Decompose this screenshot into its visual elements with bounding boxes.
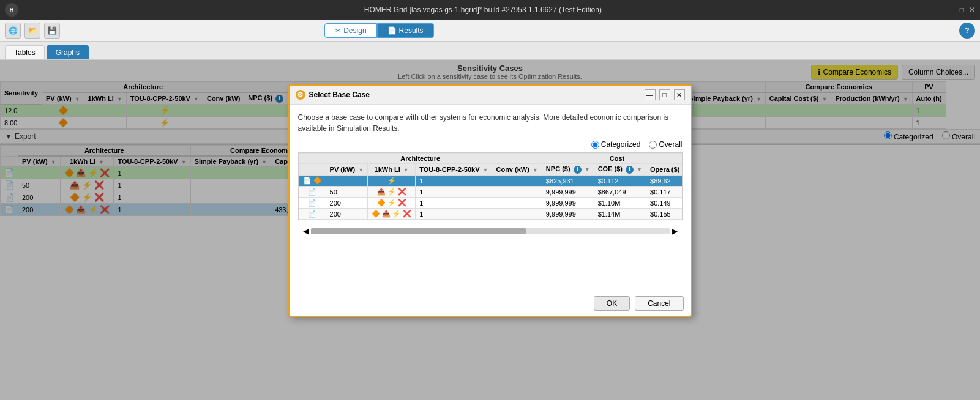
tab-tables[interactable]: Tables xyxy=(5,45,45,59)
select-base-case-modal: ⚙ Select Base Case — □ ✕ Choose a base c… xyxy=(288,84,692,317)
modal-cell-li-icon: ⚡ xyxy=(368,176,416,187)
modal-cell-coe: $867,049 xyxy=(594,187,646,198)
modal-cell-conv xyxy=(492,198,542,209)
tab-graphs[interactable]: Graphs xyxy=(47,45,89,59)
tabbar: Tables Graphs xyxy=(0,42,980,60)
titlebar: H HOMER Grid [las vegas gs-1.hgrid]* bui… xyxy=(0,0,980,20)
window-title: HOMER Grid [las vegas gs-1.hgrid]* build… xyxy=(18,6,948,14)
modal-cell-coe: $1.10M xyxy=(594,198,646,209)
modal-col-conv: Conv (kW) ▼ xyxy=(492,164,542,176)
modal-controls: — □ ✕ xyxy=(645,89,685,100)
modal-table-row[interactable]: 📄 🔶 ⚡ 1 $825,931 $0.112 $89,62 xyxy=(299,176,683,187)
scroll-right-icon[interactable]: ▶ xyxy=(672,227,678,235)
modal-cell-pv xyxy=(326,176,368,187)
modal-table-row[interactable]: 📄 50 📤 ⚡ ❌ 1 9,999,999 $867,049 $0.117 xyxy=(299,187,683,198)
modal-titlebar: ⚙ Select Base Case — □ ✕ xyxy=(290,86,691,105)
main-area: Sensitivity Cases Left Click on a sensit… xyxy=(0,60,980,400)
modal-col-pv: PV (kW) ▼ xyxy=(326,164,368,176)
modal-group-cost: Cost xyxy=(542,154,682,164)
modal-categorized-label[interactable]: Categorized xyxy=(591,140,641,149)
ok-button[interactable]: OK xyxy=(594,296,630,311)
modal-table: Architecture Cost PV (kW) ▼ 1kWh LI ▼ TO… xyxy=(299,153,683,220)
modal-overlay: ⚙ Select Base Case — □ ✕ Choose a base c… xyxy=(0,60,980,400)
modal-cell-coe: $1.14M xyxy=(594,209,646,220)
modal-cell-icon: 📄 xyxy=(299,209,326,220)
save-icon: 💾 xyxy=(48,26,57,35)
save-button[interactable]: 💾 xyxy=(44,23,60,39)
modal-cell-pv: 200 xyxy=(326,209,368,220)
modal-cell-icon: 📄 🔶 xyxy=(299,176,326,187)
modal-close-button[interactable]: ✕ xyxy=(674,89,685,100)
modal-cell-tou: 1 xyxy=(416,176,492,187)
modal-minimize-button[interactable]: — xyxy=(645,89,656,100)
modal-col-npc: NPC ($) i ▼ xyxy=(542,164,594,176)
modal-cell-npc: 9,999,999 xyxy=(542,187,594,198)
titlebar-left: H xyxy=(5,3,18,17)
homer-logo-icon: H xyxy=(5,3,18,17)
modal-title-icon: ⚙ xyxy=(296,90,305,100)
new-button[interactable]: 🌐 xyxy=(5,23,21,39)
minimize-button[interactable]: — xyxy=(948,6,955,14)
modal-cell-li-icon: 📤 ⚡ ❌ xyxy=(368,187,416,198)
modal-col-li: 1kWh LI ▼ xyxy=(368,164,416,176)
modal-cell-conv xyxy=(492,209,542,220)
modal-cell-tou: 1 xyxy=(416,209,492,220)
close-button[interactable]: ✕ xyxy=(969,6,975,14)
modal-table-row[interactable]: 📄 200 🔶 📤 ⚡ ❌ 1 9,999,999 $1.14M $0.155 xyxy=(299,209,683,220)
modal-cell-npc: 9,999,999 xyxy=(542,198,594,209)
modal-cell-opera: $0.149 xyxy=(646,198,683,209)
modal-title: ⚙ Select Base Case xyxy=(296,90,370,100)
open-icon: 📂 xyxy=(28,26,37,35)
help-button[interactable]: ? xyxy=(959,23,975,39)
design-icon: ✂ xyxy=(335,26,341,35)
modal-cell-pv: 200 xyxy=(326,198,368,209)
titlebar-controls[interactable]: — □ ✕ xyxy=(948,6,975,14)
modal-cell-opera: $0.155 xyxy=(646,209,683,220)
modal-cell-li-icon: 🔶 📤 ⚡ ❌ xyxy=(368,209,416,220)
modal-cell-conv xyxy=(492,176,542,187)
modal-overall-radio[interactable] xyxy=(649,141,657,149)
modal-categorized-radio[interactable] xyxy=(591,141,599,149)
modal-cell-coe: $0.112 xyxy=(594,176,646,187)
design-button[interactable]: ✂ Design xyxy=(324,23,376,38)
modal-cell-li-icon: 🔶 ⚡ ❌ xyxy=(368,198,416,209)
modal-radio-row: Categorized Overall xyxy=(298,140,683,149)
modal-table-wrapper[interactable]: Architecture Cost PV (kW) ▼ 1kWh LI ▼ TO… xyxy=(298,152,683,220)
open-button[interactable]: 📂 xyxy=(24,23,40,39)
scrollbar-thumb[interactable] xyxy=(311,228,526,234)
cancel-button[interactable]: Cancel xyxy=(635,296,683,311)
modal-cell-tou: 1 xyxy=(416,187,492,198)
modal-cell-icon: 📄 xyxy=(299,187,326,198)
results-icon: 📄 xyxy=(387,26,397,35)
modal-col-coe: COE ($) i ▼ xyxy=(594,164,646,176)
modal-maximize-button[interactable]: □ xyxy=(659,89,670,100)
modal-cell-npc: $825,931 xyxy=(542,176,594,187)
modal-cell-opera: $0.117 xyxy=(646,187,683,198)
modal-group-arch: Architecture xyxy=(299,154,542,164)
modal-body: Choose a base case to compare with other… xyxy=(290,105,691,291)
horizontal-scrollbar[interactable] xyxy=(311,228,670,234)
scrollbar-area: ◀ ▶ xyxy=(298,224,683,238)
modal-cell-opera: $89,62 xyxy=(646,176,683,187)
modal-cell-tou: 1 xyxy=(416,198,492,209)
modal-col-tou: TOU-8-CPP-2-50kV ▼ xyxy=(416,164,492,176)
modal-cell-npc: 9,999,999 xyxy=(542,209,594,220)
modal-table-row[interactable]: 📄 200 🔶 ⚡ ❌ 1 9,999,999 $1.10M $0.149 xyxy=(299,198,683,209)
modal-col-opera: Opera ($) ▼ xyxy=(646,164,683,176)
modal-footer: OK Cancel xyxy=(290,291,691,316)
results-button[interactable]: 📄 Results xyxy=(377,23,434,38)
scroll-left-icon[interactable]: ◀ xyxy=(303,227,309,235)
nav-buttons: ✂ Design 📄 Results xyxy=(324,23,433,38)
modal-description: Choose a base case to compare with other… xyxy=(298,112,683,134)
maximize-button[interactable]: □ xyxy=(960,6,964,14)
modal-cell-pv: 50 xyxy=(326,187,368,198)
modal-cell-icon: 📄 xyxy=(299,198,326,209)
new-icon: 🌐 xyxy=(9,26,18,35)
modal-cell-conv xyxy=(492,187,542,198)
modal-overall-label[interactable]: Overall xyxy=(649,140,682,149)
modal-col-icons xyxy=(299,164,326,176)
toolbar: 🌐 📂 💾 ✂ Design 📄 Results ? xyxy=(0,20,980,42)
